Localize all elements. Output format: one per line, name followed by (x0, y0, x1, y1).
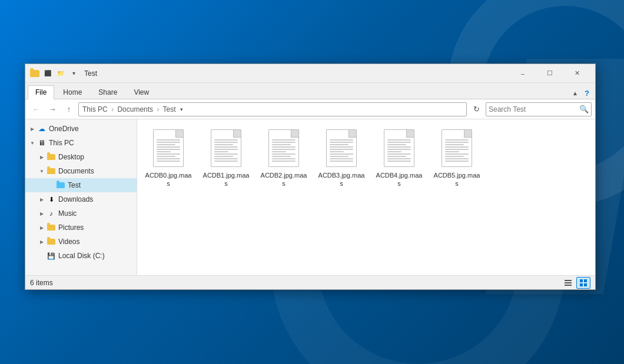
sidebar-label-localdisk: Local Disk (C:) (58, 252, 105, 260)
sidebar-item-videos[interactable]: ▶ Videos (25, 235, 137, 249)
sidebar-item-documents[interactable]: ▼ Documents (25, 164, 137, 178)
svg-rect-6 (584, 283, 587, 286)
crumb-this-pc: This PC (82, 105, 108, 113)
tab-home[interactable]: Home (55, 85, 89, 99)
computer-icon: 🖥 (37, 138, 47, 148)
folder-icon-downloads: ⬇ (47, 195, 56, 204)
file-item-3[interactable]: ACDB3.jpg.maas (315, 124, 368, 191)
refresh-button[interactable]: ↻ (469, 102, 483, 116)
file-icon-3 (323, 126, 360, 170)
svg-rect-3 (580, 279, 583, 282)
title-bar: ⬛ 📁 ▾ Test – ☐ ✕ (25, 64, 595, 83)
large-icons-view-btn[interactable] (576, 277, 590, 289)
search-box: 🔍 (486, 102, 592, 116)
explorer-window: ⬛ 📁 ▾ Test – ☐ ✕ File Home Share View ▲ … (25, 64, 596, 290)
file-item-1[interactable]: ACDB1.jpg.maas (200, 124, 253, 191)
address-crumb-content: This PC › Documents › Test (82, 105, 176, 113)
expand-icon-thispc: ▼ (28, 138, 37, 148)
window-controls: – ☐ ✕ (509, 64, 590, 83)
folder-icon-music: ♪ (47, 209, 56, 218)
onedrive-icon: ☁ (37, 124, 47, 133)
address-dropdown-btn[interactable]: ▾ (176, 103, 188, 116)
expand-icon-desktop: ▶ (37, 152, 47, 162)
file-icon-0 (150, 126, 187, 170)
sidebar-label-test: Test (68, 181, 81, 189)
disk-icon: 💾 (47, 251, 56, 261)
file-item-0[interactable]: ACDB0.jpg.maas (142, 124, 195, 191)
maximize-button[interactable]: ☐ (536, 64, 563, 83)
sidebar-label-pictures: Pictures (58, 223, 84, 232)
folder-icon-test (56, 181, 65, 190)
expand-icon-music: ▶ (37, 209, 47, 218)
file-icon-1 (207, 126, 245, 170)
file-icon-4 (380, 126, 418, 170)
sidebar-item-music[interactable]: ▶ ♪ Music (25, 206, 137, 221)
sidebar-label-videos: Videos (58, 238, 79, 246)
sidebar-item-thispc[interactable]: ▼ 🖥 This PC (25, 136, 137, 150)
status-bar: 6 items (25, 275, 595, 289)
file-name-0: ACDB0.jpg.maas (144, 171, 192, 188)
folder-icon-pictures (47, 223, 56, 232)
folder-icon-videos (47, 237, 56, 246)
file-name-5: ACDB5.jpg.maas (433, 171, 481, 188)
address-bar[interactable]: This PC › Documents › Test ▾ (78, 102, 467, 116)
svg-rect-0 (565, 280, 572, 281)
sidebar-label-documents: Documents (58, 167, 94, 175)
file-item-4[interactable]: ACDB4.jpg.maas (373, 124, 426, 191)
details-view-btn[interactable] (561, 277, 575, 289)
file-icon-5 (438, 126, 476, 170)
qa-properties-btn[interactable]: ⬛ (42, 68, 54, 79)
help-btn[interactable]: ? (581, 87, 593, 99)
expand-icon-onedrive: ▶ (28, 124, 37, 133)
sidebar-item-onedrive[interactable]: ▶ ☁ OneDrive (25, 122, 137, 136)
sidebar-item-pictures[interactable]: ▶ Pictures (25, 221, 137, 235)
tab-view[interactable]: View (126, 85, 157, 99)
main-content: ▶ ☁ OneDrive ▼ 🖥 This PC ▶ Des (25, 119, 595, 275)
sidebar-label-onedrive: OneDrive (49, 125, 79, 133)
tab-share[interactable]: Share (91, 85, 125, 99)
expand-icon-downloads: ▶ (37, 195, 47, 204)
expand-icon-videos: ▶ (37, 237, 47, 246)
address-bar-row: ← → ↑ This PC › Documents › Test ▾ ↻ 🔍 (25, 99, 595, 119)
qa-newfolder-btn[interactable]: 📁 (55, 68, 67, 79)
folder-icon-documents (47, 166, 56, 176)
sidebar-item-downloads[interactable]: ▶ ⬇ Downloads (25, 192, 137, 206)
close-button[interactable]: ✕ (563, 64, 590, 83)
crumb-documents: Documents (117, 105, 153, 113)
ribbon-tab-bar: File Home Share View ▲ ? (25, 83, 595, 99)
svg-rect-2 (565, 285, 572, 286)
tab-file[interactable]: File (28, 85, 54, 99)
back-button[interactable]: ← (29, 102, 43, 116)
ribbon-collapse-btn[interactable]: ▲ (569, 87, 581, 99)
title-bar-folder-icon (30, 69, 39, 78)
sidebar-item-localdisk[interactable]: 💾 Local Disk (C:) (25, 249, 137, 263)
window-title: Test (82, 69, 509, 78)
sidebar-label-music: Music (58, 209, 77, 218)
sidebar-item-test[interactable]: Test (25, 178, 137, 192)
qa-dropdown-btn[interactable]: ▾ (68, 68, 79, 79)
file-item-2[interactable]: ACDB2.jpg.maas (257, 124, 310, 191)
sidebar-label-downloads: Downloads (58, 195, 93, 203)
file-area: ACDB0.jpg.maas (137, 119, 595, 275)
search-input[interactable] (489, 105, 579, 113)
view-toggle-buttons (561, 277, 590, 289)
sidebar-label-desktop: Desktop (58, 153, 84, 161)
file-icon-2 (265, 126, 303, 170)
minimize-button[interactable]: – (509, 64, 536, 83)
quick-access-toolbar: ⬛ 📁 ▾ (42, 68, 79, 79)
sidebar-item-desktop[interactable]: ▶ Desktop (25, 150, 137, 164)
file-name-4: ACDB4.jpg.maas (375, 171, 423, 188)
expand-icon-documents: ▼ (37, 166, 47, 176)
item-count: 6 items (30, 279, 53, 287)
folder-icon-desktop (47, 152, 56, 162)
file-name-3: ACDB3.jpg.maas (317, 171, 366, 188)
search-icon[interactable]: 🔍 (579, 105, 589, 113)
up-button[interactable]: ↑ (62, 102, 76, 116)
forward-button[interactable]: → (45, 102, 59, 116)
svg-rect-5 (580, 283, 583, 286)
sidebar-label-thispc: This PC (49, 139, 74, 147)
crumb-test: Test (163, 105, 176, 113)
file-name-2: ACDB2.jpg.maas (260, 171, 308, 188)
file-item-5[interactable]: ACDB5.jpg.maas (430, 124, 483, 191)
file-name-1: ACDB1.jpg.maas (202, 171, 250, 188)
